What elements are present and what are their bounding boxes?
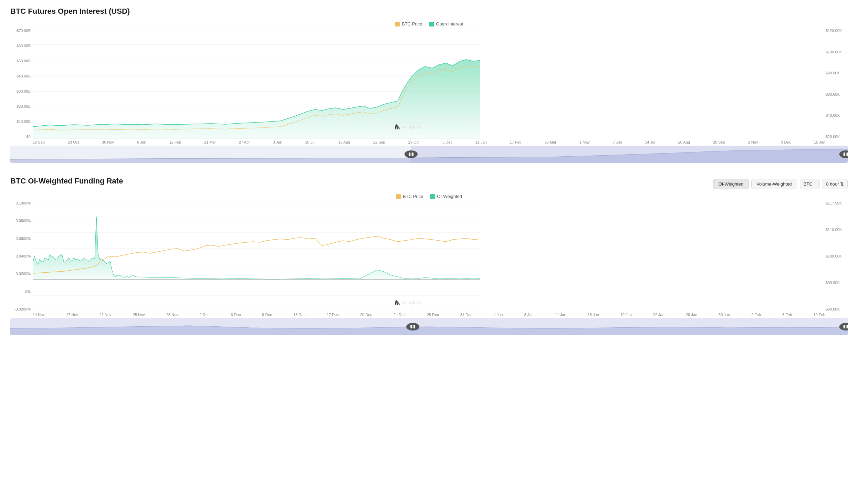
oi-label: Open Interest xyxy=(436,21,463,27)
y2-l4: 0.0400% xyxy=(10,254,31,258)
x2-18: 15 Jan xyxy=(588,313,599,317)
svg-point-10 xyxy=(405,150,418,158)
chart2-legend-oiw: OI-Weighted xyxy=(430,194,462,199)
y2-r4: $90.00K xyxy=(826,281,848,285)
x1-14: 11 Jan xyxy=(475,140,487,144)
x2-1: 14 Nov xyxy=(33,313,45,317)
x1-12: 29 Oct xyxy=(408,140,419,144)
svg-rect-29 xyxy=(410,325,412,328)
x2-9: 13 Dec xyxy=(293,313,305,317)
y1-r3: $80.00K xyxy=(826,71,848,75)
chart2-area: 0.1000% 0.0800% 0.0600% 0.0400% 0.0200% … xyxy=(10,201,848,311)
x2-15: 4 Jan xyxy=(494,313,503,317)
chart1-yaxis-right: $120.00K $100.00K $80.00K $60.00K $40.00… xyxy=(824,29,848,139)
x1-6: 21 Mar xyxy=(204,140,216,144)
x1-20: 20 Aug xyxy=(678,140,690,144)
chart2-wrapper: 0.1000% 0.0800% 0.0600% 0.0400% 0.0200% … xyxy=(10,201,848,335)
y2-l6: 0% xyxy=(10,290,31,294)
x1-9: 10 Jul xyxy=(305,140,315,144)
btcprice2-label: BTC Price xyxy=(403,194,423,199)
chart1-title: BTC Futures Open Interest (USD) xyxy=(10,7,848,16)
chart1-area: $70.00B $60.00B $50.00B $40.00B $30.00B … xyxy=(10,29,848,139)
chart2-yaxis-right: $117.90K $110.00K $100.00K $90.00K $80.0… xyxy=(824,201,848,311)
x1-23: 9 Dec xyxy=(781,140,791,144)
interval-stepper[interactable]: 8 hour ⇅ xyxy=(823,179,848,189)
y2-l1: 0.1000% xyxy=(10,201,31,205)
x2-11: 20 Dec xyxy=(360,313,372,317)
y1-l7: $10.00B xyxy=(10,119,31,124)
x2-16: 8 Jan xyxy=(524,313,534,317)
svg-rect-15 xyxy=(847,153,848,156)
x2-25: 10 Feb xyxy=(814,313,825,317)
x1-18: 7 Jun xyxy=(613,140,622,144)
oi-weighted-btn[interactable]: OI-Weighted xyxy=(713,179,749,189)
x1-11: 22 Sep xyxy=(373,140,385,144)
y2-l7: -0.0200% xyxy=(10,307,31,311)
x2-22: 30 Jan xyxy=(719,313,730,317)
x2-8: 9 Dec xyxy=(262,313,272,317)
x2-17: 11 Jan xyxy=(555,313,566,317)
x2-13: 28 Dec xyxy=(427,313,439,317)
chart1-legend-oi: Open Interest xyxy=(429,21,463,27)
svg-rect-9 xyxy=(411,146,848,163)
y1-l1: $70.00B xyxy=(10,29,31,33)
x2-10: 17 Dec xyxy=(327,313,339,317)
oiw-dot xyxy=(430,194,435,199)
oi-dot xyxy=(429,22,434,27)
svg-point-28 xyxy=(406,323,419,330)
y2-r1: $117.90K xyxy=(826,201,848,205)
btcprice-dot xyxy=(395,22,400,27)
x2-3: 21 Nov xyxy=(100,313,112,317)
chart1-svg: 🦍 coinglass xyxy=(33,29,480,139)
chart2-svg: 🦍 coinglass xyxy=(33,201,480,311)
x1-2: 23 Oct xyxy=(68,140,79,144)
chart2-navigator[interactable] xyxy=(10,318,848,335)
coin-select[interactable]: BTC ETH xyxy=(800,179,820,189)
x1-16: 25 Mar xyxy=(545,140,556,144)
x2-4: 25 Nov xyxy=(133,313,145,317)
chart1-yaxis-left: $70.00B $60.00B $50.00B $40.00B $30.00B … xyxy=(10,29,33,139)
x1-22: 2 Nov xyxy=(748,140,758,144)
x1-7: 27 Apr xyxy=(239,140,250,144)
y1-r6: $20.00K xyxy=(826,135,848,139)
x2-20: 22 Jan xyxy=(653,313,665,317)
chart1-wrapper: $70.00B $60.00B $50.00B $40.00B $30.00B … xyxy=(10,29,848,163)
x2-19: 19 Jan xyxy=(620,313,632,317)
chart2-header: BTC OI-Weighted Funding Rate OI-Weighted… xyxy=(10,177,848,191)
x1-1: 16 Sep xyxy=(33,140,45,144)
x1-4: 6 Jan xyxy=(137,140,146,144)
x2-21: 26 Jan xyxy=(686,313,697,317)
x1-24: 15 Jan xyxy=(814,140,825,144)
chart1-section: BTC Futures Open Interest (USD) BTC Pric… xyxy=(10,7,848,163)
chart2-controls: OI-Weighted Volume-Weighted BTC ETH 8 ho… xyxy=(713,179,848,189)
svg-rect-33 xyxy=(847,325,848,328)
y1-r2: $100.00K xyxy=(826,50,848,54)
svg-rect-11 xyxy=(409,153,410,156)
chart1-legend: BTC Price Open Interest xyxy=(10,21,848,27)
chart2-section: BTC OI-Weighted Funding Rate OI-Weighted… xyxy=(10,177,848,335)
x1-10: 16 Aug xyxy=(338,140,350,144)
y1-r5: $40.00K xyxy=(826,113,848,117)
btcprice2-dot xyxy=(396,194,401,199)
y2-r5: $80.00K xyxy=(826,307,848,311)
chart1-navigator[interactable] xyxy=(10,146,848,163)
x2-12: 24 Dec xyxy=(394,313,406,317)
x2-7: 6 Dec xyxy=(231,313,241,317)
x1-8: 3 Jun xyxy=(273,140,282,144)
y1-l2: $60.00B xyxy=(10,44,31,48)
x1-13: 5 Dec xyxy=(442,140,452,144)
y1-l8: $0 xyxy=(10,135,31,139)
btcprice-label: BTC Price xyxy=(402,21,422,27)
x1-5: 12 Feb xyxy=(169,140,181,144)
x2-2: 17 Nov xyxy=(66,313,78,317)
y1-l6: $20.00B xyxy=(10,104,31,108)
svg-rect-12 xyxy=(412,153,414,156)
svg-rect-27 xyxy=(10,318,848,335)
volume-weighted-btn[interactable]: Volume-Weighted xyxy=(751,179,797,189)
chart2-legend: BTC Price OI-Weighted xyxy=(10,194,848,199)
x2-6: 2 Dec xyxy=(200,313,210,317)
chart2-yaxis-left: 0.1000% 0.0800% 0.0600% 0.0400% 0.0200% … xyxy=(10,201,33,311)
chart2-xaxis: 14 Nov 17 Nov 21 Nov 25 Nov 28 Nov 2 Dec… xyxy=(10,311,848,317)
x2-14: 31 Dec xyxy=(460,313,472,317)
y2-l2: 0.0800% xyxy=(10,219,31,223)
